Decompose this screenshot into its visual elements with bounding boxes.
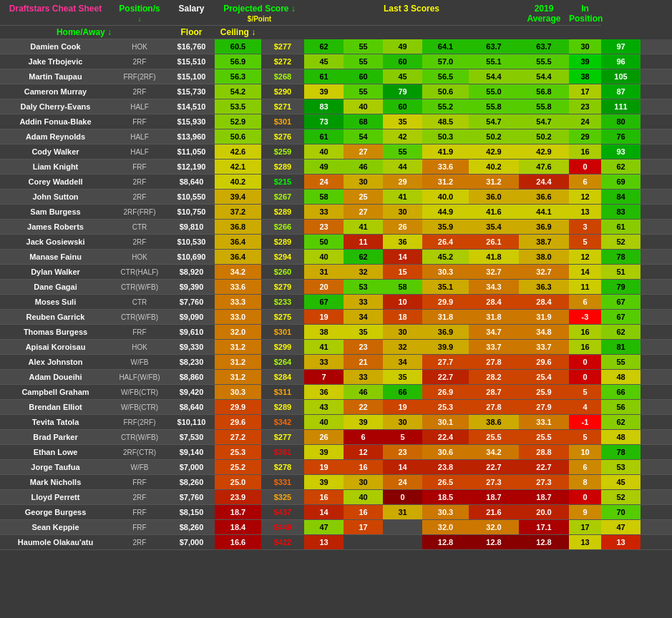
last3-score-3: 49	[383, 39, 422, 54]
last3-score-1: 40	[304, 250, 344, 264]
ceiling: 48	[601, 430, 641, 444]
last3-score-2: 30	[344, 175, 383, 189]
ceiling: 67	[601, 310, 641, 324]
avg-2019: 41.9	[422, 144, 469, 159]
last3-score-1: 33	[304, 355, 344, 369]
last3-score-3: 30	[383, 325, 422, 339]
dollar-per-point: $301	[261, 114, 304, 129]
player-salary: $9,140	[168, 445, 215, 459]
table-row: Dane Gagai CTR(W/FB) $9,390 33.6 $279 20…	[0, 280, 672, 295]
avg-2019: 27.7	[422, 355, 469, 369]
avg-2019: 26.5	[422, 475, 469, 489]
in-position: 41.6	[469, 205, 519, 219]
floor: 29	[569, 129, 601, 144]
last3-score-3: 36	[383, 235, 422, 249]
last3-score-3: 24	[383, 475, 422, 489]
last3-score-2: 22	[344, 400, 383, 414]
player-name: Manase Fainu	[0, 250, 111, 264]
floor: 4	[569, 400, 601, 414]
player-salary: $15,510	[168, 54, 215, 69]
last3-score-3: 66	[383, 385, 422, 399]
home-away: 31.9	[519, 310, 569, 324]
in-position: 34.2	[469, 445, 519, 459]
dollar-per-point: $275	[261, 310, 304, 324]
last3-score-2: 33	[344, 295, 383, 309]
player-name: Liam Knight	[0, 160, 111, 174]
projected-score: 52.9	[215, 114, 261, 129]
dollar-per-point: $259	[261, 144, 304, 159]
in-position: 34.7	[469, 325, 519, 339]
player-salary: $10,530	[168, 235, 215, 249]
last3-score-3	[383, 535, 422, 549]
player-name: James Roberts	[0, 220, 111, 234]
avg-2019: 35.1	[422, 280, 469, 294]
in-position: 42.9	[469, 144, 519, 159]
table-row: Adam Doueihi HALF(W/FB) $8,860 31.2 $284…	[0, 370, 672, 385]
avg-2019: 30.3	[422, 505, 469, 519]
player-name: Sam Burgess	[0, 205, 111, 219]
player-name: Jack Gosiewski	[0, 235, 111, 249]
player-salary: $7,000	[168, 535, 215, 549]
in-position: 28.7	[469, 385, 519, 399]
table-row: Cameron Murray 2RF $15,730 54.2 $290 39 …	[0, 84, 672, 99]
last3-score-2: 6	[344, 430, 383, 444]
player-name: Cameron Murray	[0, 84, 111, 99]
home-away: 18.7	[519, 490, 569, 504]
last3-score-1: 26	[304, 430, 344, 444]
player-salary: $8,860	[168, 370, 215, 384]
dollar-per-point: $267	[261, 190, 304, 204]
table-row: Apisai Koroisau HOK $9,330 31.2 $299 41 …	[0, 340, 672, 355]
last3-score-2: 46	[344, 160, 383, 174]
projected-score: 16.6	[215, 535, 261, 549]
floor: 16	[569, 325, 601, 339]
table-row: James Roberts CTR $9,810 36.8 $266 23 41…	[0, 220, 672, 235]
last3-score-3: 0	[383, 490, 422, 504]
player-position: CTR(W/FB)	[111, 280, 168, 294]
avg-2019: 23.8	[422, 460, 469, 474]
ceiling: 52	[601, 235, 641, 249]
dollar-per-point: $342	[261, 415, 304, 429]
last3-score-1: 67	[304, 295, 344, 309]
table-row: Moses Suli CTR $7,760 33.3 $233 67 33 10…	[0, 295, 672, 310]
last3-score-2: 60	[344, 69, 383, 84]
projected-score: 34.2	[215, 265, 261, 279]
ceiling: 81	[601, 340, 641, 354]
home-away: 32.7	[519, 265, 569, 279]
last3-score-2: 23	[344, 340, 383, 354]
avg-2019: 30.6	[422, 445, 469, 459]
player-name: Damien Cook	[0, 39, 111, 54]
player-salary: $14,510	[168, 99, 215, 114]
last3-score-3: 41	[383, 190, 422, 204]
projected-score: 33.3	[215, 295, 261, 309]
ceiling: 62	[601, 160, 641, 174]
player-position: 2RF	[111, 535, 168, 549]
in-position: 28.2	[469, 370, 519, 384]
data-table: Damien Cook HOK $16,760 60.5 $277 62 55 …	[0, 39, 672, 550]
last3-score-2: 32	[344, 265, 383, 279]
projected-score: 18.7	[215, 505, 261, 519]
sheet-title: Draftstars Cheat Sheet	[0, 2, 111, 26]
last3-score-2: 39	[344, 415, 383, 429]
player-position: HOK	[111, 250, 168, 264]
player-name: Ethan Lowe	[0, 445, 111, 459]
player-position: HALF	[111, 129, 168, 144]
player-name: Thomas Burgess	[0, 325, 111, 339]
last3-score-2: 55	[344, 54, 383, 69]
in-position: 54.7	[469, 114, 519, 129]
floor: 10	[569, 445, 601, 459]
player-salary: $8,230	[168, 355, 215, 369]
player-salary: $12,190	[168, 160, 215, 174]
dollar-per-point: $301	[261, 325, 304, 339]
player-name: George Burgess	[0, 505, 111, 519]
table-row: Ethan Lowe 2RF(CTR) $9,140 25.3 $361 39 …	[0, 445, 672, 460]
last3-score-3: 14	[383, 460, 422, 474]
ceiling: 87	[601, 84, 641, 99]
dollar-per-point: $284	[261, 370, 304, 384]
in-position: 25.5	[469, 430, 519, 444]
player-position: CTR	[111, 220, 168, 234]
last3-score-2: 46	[344, 385, 383, 399]
ceiling: 45	[601, 475, 641, 489]
dollar-per-point: $361	[261, 445, 304, 459]
table-row: Jake Trbojevic 2RF $15,510 56.9 $272 45 …	[0, 54, 672, 69]
home-away: 27.9	[519, 400, 569, 414]
